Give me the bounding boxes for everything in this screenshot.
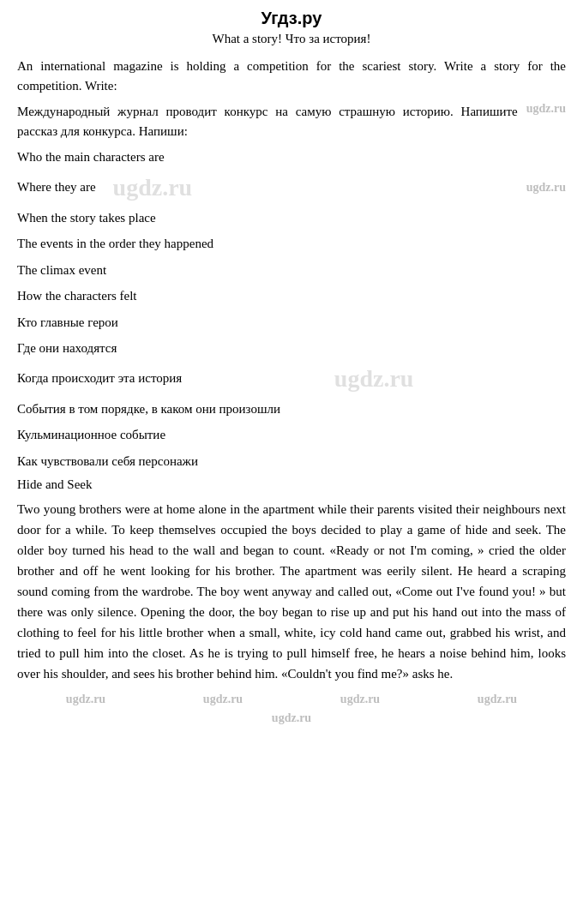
subtitle: What a story! Что за история!	[17, 32, 566, 46]
list-item-ru-4: События в том порядке, в каком они произ…	[17, 399, 566, 419]
footer-watermark-2: ugdz.ru	[203, 693, 243, 706]
list-item-ru-2: Где они находятся	[17, 339, 566, 358]
list-item-en-5: The climax event	[17, 261, 566, 280]
intro-en-text: An international magazine is holding a c…	[17, 57, 566, 95]
intro-ru-text: Международный журнал проводит конкурс на…	[17, 102, 518, 141]
list-item-en-2-row: Where they are ugdz.ru ugdz.ru	[17, 174, 566, 201]
list-item-ru-3-row: Когда происходит эта история ugdz.ru	[17, 365, 566, 393]
list-en-container: Who the main characters are Where they a…	[17, 147, 566, 306]
story-block: Two young brothers were at home alone in…	[17, 499, 566, 706]
footer-watermarks: ugdz.ru ugdz.ru ugdz.ru ugdz.ru	[17, 693, 566, 706]
list-ru-container: Кто главные герои Где они находятся Когд…	[17, 313, 566, 471]
watermark-top-right: ugdz.ru	[526, 102, 566, 116]
list-item-ru-6: Как чувствовали себя персонажи	[17, 452, 566, 471]
list-item-ru-3: Когда происходит эта история	[17, 369, 182, 388]
story-body-text: Two young brothers were at home alone in…	[17, 499, 566, 684]
footer-watermark-3: ugdz.ru	[340, 693, 380, 706]
bottom-watermark-row: ugdz.ru	[17, 711, 566, 725]
watermark-mid-left: ugdz.ru	[113, 174, 193, 201]
site-title: Угдз.ру	[17, 9, 566, 28]
watermark-mid-right: ugdz.ru	[526, 181, 566, 195]
intro-en-block: An international magazine is holding a c…	[17, 57, 566, 95]
watermark-ru-large: ugdz.ru	[334, 365, 414, 393]
footer-watermark-1: ugdz.ru	[66, 693, 105, 706]
list-item-ru-1: Кто главные герои	[17, 313, 566, 333]
story-title: Hide and Seek	[17, 477, 566, 492]
list-item-en-6: How the characters felt	[17, 286, 566, 306]
footer-watermark-4: ugdz.ru	[478, 693, 517, 706]
page-container: Угдз.ру What a story! Что за история! An…	[17, 9, 566, 725]
list-item-en-1: Who the main characters are	[17, 147, 566, 167]
intro-ru-watermark-row: Международный журнал проводит конкурс на…	[17, 102, 566, 141]
bottom-watermark: ugdz.ru	[272, 711, 311, 725]
list-item-ru-5: Кульминационное событие	[17, 425, 566, 445]
list-item-en-3: When the story takes place	[17, 208, 566, 228]
list-item-en-4: The events in the order they happened	[17, 234, 566, 254]
list-item-en-2: Where they are	[17, 177, 96, 197]
